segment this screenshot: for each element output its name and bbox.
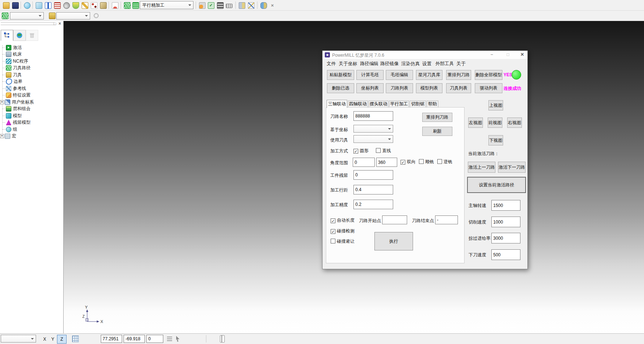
grid-icon[interactable] (72, 336, 79, 342)
toolpath-icon[interactable] (123, 1, 131, 10)
minimize-button[interactable]: − (486, 52, 497, 57)
use-tool-combo[interactable] (353, 135, 393, 143)
tree-item-groups[interactable]: 组 (0, 126, 63, 133)
cursor-z-input[interactable] (146, 335, 163, 343)
curve-editor-icon[interactable] (81, 1, 89, 10)
toolpath-name-input[interactable] (353, 111, 393, 121)
status-combo[interactable] (1, 335, 36, 343)
maximize-button[interactable]: □ (502, 52, 513, 57)
tab-help[interactable]: 帮助 (427, 101, 438, 108)
tree-item-nc-programs[interactable]: NC程序 (0, 58, 63, 64)
tree-item-machine[interactable]: 机床 (0, 51, 63, 58)
block-edit-button[interactable]: 毛坯编辑 (386, 70, 413, 80)
top-view-button[interactable]: 上视图 (488, 100, 503, 110)
axis-y-button[interactable]: Y (49, 335, 57, 344)
menu-about[interactable]: 关于 (456, 61, 466, 67)
menu-external-tools[interactable]: 外部工具 (435, 61, 454, 67)
list-options-icon[interactable] (167, 337, 172, 341)
tool-list-button[interactable]: 刀具列表 (446, 83, 471, 93)
shading-icon[interactable] (23, 1, 31, 10)
auto-length-checkbox[interactable]: ✓自动长度 (331, 217, 355, 224)
strategy-combo[interactable]: 平行精加工 (140, 1, 193, 9)
rearrange-button[interactable]: 重排列刀路 (422, 113, 452, 122)
tab-3axis[interactable]: 三轴联动 (327, 100, 347, 108)
lightbulb-icon[interactable] (92, 11, 100, 20)
tree-item-feature-sets[interactable]: 特征设置 (0, 92, 63, 99)
calc-star-icon[interactable] (198, 1, 206, 10)
expand-icon[interactable]: + (0, 100, 4, 104)
explorer-tab-tree[interactable] (1, 30, 13, 41)
axis-x-button[interactable]: X (40, 335, 49, 344)
angle-from-input[interactable] (353, 158, 375, 167)
toolpath-list-button[interactable]: 刀路列表 (386, 83, 413, 93)
rearrange-toolpaths-button[interactable]: 重排列刀路 (446, 70, 471, 80)
tree-item-models[interactable]: 模型 (0, 112, 63, 119)
right-view-button[interactable]: 右视图 (507, 117, 522, 128)
tree-item-stock-models[interactable]: 残留模型 (0, 119, 63, 126)
axis-z-button[interactable]: Z (57, 335, 67, 344)
refresh-button[interactable]: 刷新 (422, 127, 452, 136)
angle-to-input[interactable] (376, 158, 397, 167)
close-button[interactable]: ✕ (517, 52, 528, 57)
toolbar-close-icon[interactable]: × (268, 1, 277, 10)
toolpath-icon[interactable] (1, 11, 9, 20)
climb-mill-checkbox[interactable]: 顺铣 (419, 159, 434, 165)
delete-selected-button[interactable]: 删除已选 (327, 83, 354, 93)
save-project-icon[interactable] (11, 1, 19, 10)
panel-grip[interactable] (1, 24, 54, 25)
tolerance-input[interactable] (353, 200, 393, 209)
menu-about-coords[interactable]: 关于坐标 (339, 61, 357, 67)
skim-feed-input[interactable] (491, 233, 520, 243)
toolpath-combo[interactable] (10, 12, 44, 20)
activate-next-toolpath-button[interactable]: 激活下一刀路 (498, 162, 526, 173)
coord-list-button[interactable]: 坐标列表 (356, 83, 384, 93)
expand-icon[interactable]: + (0, 134, 4, 138)
front-view-button[interactable]: 前视图 (488, 117, 502, 128)
delete-all-models-button[interactable]: 删除全部模型 (475, 70, 502, 80)
tab-cut-saw[interactable]: 切割锯 (410, 101, 426, 108)
tree-item-activate[interactable]: 激活 (0, 44, 63, 51)
tool-icon[interactable] (48, 11, 56, 20)
transform-axes-icon[interactable] (247, 1, 255, 10)
tool-library-button[interactable]: 星河刀具库 (416, 70, 442, 80)
ruler-icon[interactable] (225, 1, 233, 10)
strategy-list-icon[interactable] (131, 1, 140, 10)
panel-float-icon[interactable]: □ (54, 21, 56, 26)
panel-close-icon[interactable]: × (58, 21, 61, 26)
line-checkbox[interactable]: 直线 (376, 148, 391, 154)
collision-check-icon[interactable] (111, 1, 119, 10)
bidirectional-checkbox[interactable]: ✓双向 (401, 159, 416, 165)
collision-check-checkbox[interactable]: ✓碰撞检测 (331, 228, 355, 234)
tool-sphere-icon[interactable] (62, 1, 71, 10)
dialog-title-bar[interactable]: ★ PowerMILL 忆梦星河 7.0.6 − □ ✕ (323, 51, 527, 59)
tool-combo[interactable] (56, 12, 90, 20)
menu-path-edit[interactable]: 路径编辑 (360, 61, 378, 67)
spindle-speed-input[interactable] (491, 200, 520, 211)
cursor-pointer-icon[interactable] (175, 336, 181, 342)
verify-tool-icon[interactable]: ✓ (207, 1, 215, 10)
plunge-feed-input[interactable] (491, 249, 520, 260)
phone-panel-icon[interactable] (220, 335, 225, 343)
tab-4axis[interactable]: 四轴联动 (348, 101, 368, 108)
stepover-input[interactable] (353, 185, 393, 194)
tree-item-toolpaths[interactable]: 刀具路径 (0, 65, 63, 71)
points-icon[interactable] (90, 1, 98, 10)
conventional-mill-checkbox[interactable]: 逆铣 (437, 159, 452, 165)
end-point-input[interactable] (435, 215, 458, 224)
tree-item-boundaries[interactable]: 边界 (0, 78, 63, 85)
model-list-button[interactable]: 模型列表 (416, 83, 442, 93)
bottom-view-button[interactable]: 下视图 (488, 135, 503, 145)
boundary-tool-icon[interactable] (71, 1, 80, 10)
block-icon[interactable] (35, 1, 43, 10)
feature-path-icon[interactable] (44, 1, 52, 10)
calc-block-button[interactable]: 计算毛坯 (356, 70, 384, 80)
explorer-tab-globe[interactable] (13, 30, 26, 41)
tab-parallel[interactable]: 平行加工 (389, 101, 409, 108)
tab-tilt-head[interactable]: 摆头联动 (369, 101, 388, 108)
paste-new-model-button[interactable]: 粘贴新模型 (327, 70, 354, 80)
cylinder-pair-icon[interactable] (259, 1, 268, 10)
set-active-path-button[interactable]: 设置当前激活路径 (467, 177, 526, 193)
circle-checkbox[interactable]: ✓圆形 (353, 148, 369, 154)
menu-settings[interactable]: 设置 (422, 61, 431, 67)
start-point-input[interactable] (382, 215, 407, 224)
